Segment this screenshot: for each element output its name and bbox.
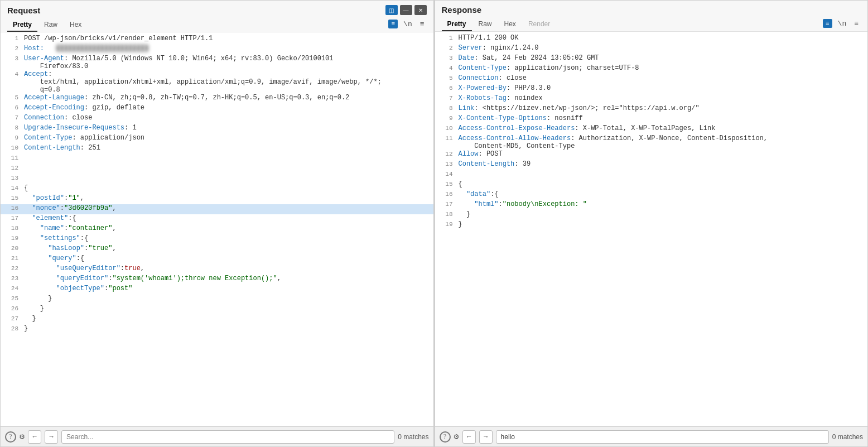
line-content: X-Powered-By: PHP/8.3.0 — [459, 84, 551, 92]
response-gear-icon[interactable]: ⚙ — [454, 431, 459, 442]
line-content: Accept-Encoding: gzip, deflate — [24, 104, 144, 112]
code-line: 17 "element":{ — [1, 214, 433, 224]
line-number: 2 — [437, 44, 453, 51]
line-content: Content-Length: 251 — [24, 144, 100, 152]
request-content: 1POST /wp-json/bricks/v1/render_element … — [1, 32, 433, 426]
response-tabs-row: Pretty Raw Hex Render ≡ \n ≡ — [442, 18, 861, 31]
code-line: 11 — [1, 154, 433, 164]
response-header: Response Pretty Raw Hex Render ≡ \n ≡ — [435, 1, 868, 32]
code-line: 11Access-Control-Allow-Headers: Authoriz… — [435, 134, 868, 150]
line-content: Connection: close — [24, 114, 92, 122]
line-content: Accept-Language: zh-CN, zh;q=0.8, zh-TW;… — [24, 94, 349, 102]
line-number: 25 — [3, 295, 18, 302]
code-line: 3User-Agent: Mozilla/5.0 (Windows NT 10.… — [1, 55, 433, 70]
close-button[interactable]: ✕ — [414, 5, 427, 15]
request-help-icon[interactable]: ? — [5, 431, 16, 443]
line-number: 15 — [3, 194, 18, 201]
line-number: 3 — [3, 55, 18, 62]
tab-request-pretty[interactable]: Pretty — [7, 18, 37, 32]
code-line: 2Server: nginx/1.24.0 — [435, 44, 868, 54]
line-number: 3 — [437, 54, 453, 61]
code-line: 19} — [435, 220, 868, 230]
code-line: 7Connection: close — [1, 114, 433, 124]
request-menu-icon[interactable]: ≡ — [418, 19, 427, 30]
main-container: Request ◫ ― ✕ Pretty Raw Hex ≡ \n ≡ — [0, 0, 868, 447]
code-line: 8Upgrade-Insecure-Requests: 1 — [1, 124, 433, 134]
code-line: 5Accept-Language: zh-CN, zh;q=0.8, zh-TW… — [1, 94, 433, 104]
line-number: 15 — [437, 180, 453, 188]
line-content: User-Agent: Mozilla/5.0 (Windows NT 10.0… — [24, 55, 334, 70]
tab-response-raw[interactable]: Raw — [473, 18, 498, 31]
line-content: "settings":{ — [24, 234, 88, 242]
code-line: 25 } — [1, 295, 433, 305]
request-newline-icon[interactable]: \n — [401, 19, 414, 30]
code-line: 12Allow: POST — [435, 150, 868, 160]
tab-response-hex[interactable]: Hex — [499, 18, 522, 31]
response-help-icon[interactable]: ? — [440, 431, 451, 443]
line-number: 8 — [3, 124, 18, 131]
code-line: 27 } — [1, 315, 433, 325]
code-line: 13Content-Length: 39 — [435, 160, 868, 170]
response-bottom-bar: ? ⚙ ← → 0 matches — [435, 426, 868, 446]
code-line: 1POST /wp-json/bricks/v1/render_element … — [1, 35, 433, 45]
response-send-icon[interactable]: ≡ — [823, 19, 832, 28]
tab-response-render[interactable]: Render — [523, 18, 556, 31]
request-send-icon[interactable]: ≡ — [388, 20, 398, 28]
line-content: "postId":"1", — [24, 194, 84, 202]
split-view-button[interactable]: ◫ — [385, 5, 398, 15]
code-line: 6Accept-Encoding: gzip, deflate — [1, 104, 433, 114]
code-line: 9X-Content-Type-Options: nosniff — [435, 114, 868, 124]
line-number: 7 — [437, 94, 453, 102]
line-number: 20 — [3, 244, 18, 252]
request-search-input[interactable] — [61, 430, 394, 444]
line-content: "name":"container", — [24, 224, 117, 232]
line-content: Access-Control-Allow-Headers: Authorizat… — [459, 134, 768, 150]
response-matches-count: 0 matches — [832, 433, 863, 441]
response-newline-icon[interactable]: \n — [836, 18, 849, 29]
code-line: 13 — [1, 174, 433, 184]
response-content: 1HTTP/1.1 200 OK2Server: nginx/1.24.03Da… — [435, 32, 868, 426]
request-bottom-bar: ? ⚙ ← → 0 matches — [1, 426, 433, 446]
code-line: 4Content-Type: application/json; charset… — [435, 64, 868, 74]
request-gear-icon[interactable]: ⚙ — [20, 431, 25, 442]
line-number: 27 — [3, 315, 18, 322]
code-line: 18 } — [435, 210, 868, 220]
line-content: } — [24, 325, 28, 333]
response-back-button[interactable]: ← — [462, 430, 476, 444]
response-search-input[interactable] — [496, 430, 829, 444]
line-content: Server: nginx/1.24.0 — [459, 44, 539, 52]
request-back-button[interactable]: ← — [28, 430, 41, 444]
code-line: 26 } — [1, 305, 433, 315]
tab-request-raw[interactable]: Raw — [38, 18, 63, 32]
request-panel: Request ◫ ― ✕ Pretty Raw Hex ≡ \n ≡ — [0, 0, 435, 447]
line-number: 26 — [3, 305, 18, 312]
line-number: 18 — [437, 210, 453, 218]
code-line: 3Date: Sat, 24 Feb 2024 13:05:02 GMT — [435, 54, 868, 64]
line-number: 11 — [437, 134, 453, 142]
line-content: Link: <https://bizev.net/wp-json/>; rel=… — [459, 104, 700, 112]
minimize-button[interactable]: ― — [400, 5, 412, 15]
line-content: "element":{ — [24, 214, 76, 222]
line-number: 14 — [3, 184, 18, 191]
line-content: "useQueryEditor":true, — [24, 265, 144, 272]
code-line: 7X-Robots-Tag: noindex — [435, 94, 868, 104]
tab-request-hex[interactable]: Hex — [64, 18, 87, 32]
response-menu-icon[interactable]: ≡ — [852, 18, 861, 29]
line-number: 13 — [3, 174, 18, 181]
line-content: } — [24, 305, 44, 313]
tab-response-pretty[interactable]: Pretty — [442, 18, 472, 31]
line-number: 16 — [3, 204, 18, 212]
line-number: 6 — [437, 84, 453, 92]
line-number: 17 — [3, 214, 18, 222]
response-panel: Response Pretty Raw Hex Render ≡ \n ≡ 1H… — [435, 0, 869, 447]
request-forward-button[interactable]: → — [45, 430, 58, 444]
response-forward-button[interactable]: → — [479, 430, 493, 444]
line-number: 17 — [437, 200, 453, 208]
line-number: 5 — [3, 94, 18, 101]
request-title: Request — [7, 6, 40, 15]
code-line: 8Link: <https://bizev.net/wp-json/>; rel… — [435, 104, 868, 114]
line-number: 14 — [437, 170, 453, 177]
line-content: "hasLoop":"true", — [24, 244, 117, 252]
line-number: 6 — [3, 104, 18, 111]
code-line: 10Content-Length: 251 — [1, 144, 433, 154]
